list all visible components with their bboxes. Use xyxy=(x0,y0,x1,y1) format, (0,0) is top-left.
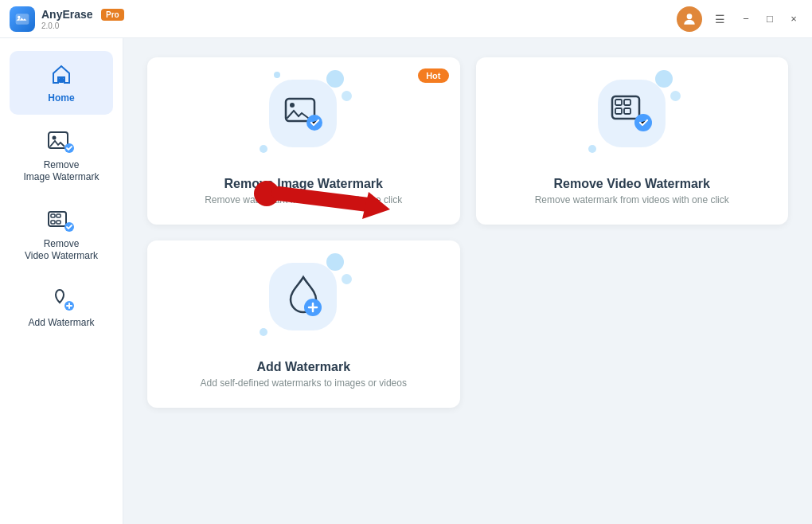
main-layout: Home RemoveImage Watermark xyxy=(0,38,812,524)
card-image-subtitle: Remove watermark from images with one cl… xyxy=(205,194,402,205)
sidebar-item-remove-image[interactable]: RemoveImage Watermark xyxy=(10,118,113,194)
sidebar-item-home[interactable]: Home xyxy=(10,51,113,115)
sidebar-home-label: Home xyxy=(48,92,74,105)
remove-image-icon xyxy=(47,127,76,156)
svg-rect-22 xyxy=(624,100,630,105)
card-video-bottom: Remove Video Watermark Remove watermark … xyxy=(535,170,729,205)
close-button[interactable]: × xyxy=(785,10,802,28)
card-image-icon-area xyxy=(147,57,460,169)
svg-rect-9 xyxy=(57,214,61,217)
svg-rect-24 xyxy=(624,108,630,114)
content-area: Hot xyxy=(123,38,812,524)
svg-rect-11 xyxy=(57,221,61,224)
card-remove-image[interactable]: Hot xyxy=(147,57,460,225)
svg-rect-8 xyxy=(51,214,55,217)
card-video-icon-area xyxy=(476,57,789,169)
menu-button[interactable]: ☰ xyxy=(709,8,731,30)
card-image-title: Remove Image Watermark xyxy=(205,177,402,191)
card-add-icon-area xyxy=(147,240,460,352)
card-remove-video[interactable]: Remove Video Watermark Remove watermark … xyxy=(476,57,789,225)
sidebar-add-watermark-label: Add Watermark xyxy=(29,317,95,330)
maximize-button[interactable]: □ xyxy=(761,10,779,28)
svg-point-1 xyxy=(18,15,20,18)
app-logo xyxy=(10,6,35,32)
cards-grid-top: Hot xyxy=(147,57,788,225)
app-version: 2.0.0 xyxy=(41,22,677,30)
svg-point-5 xyxy=(53,135,57,139)
sidebar: Home RemoveImage Watermark xyxy=(0,38,123,524)
card-add-title: Add Watermark xyxy=(201,360,407,374)
home-icon xyxy=(47,61,76,89)
remove-video-icon xyxy=(47,206,76,235)
user-avatar[interactable] xyxy=(677,6,702,32)
title-bar-right: ☰ − □ × xyxy=(677,6,802,32)
add-watermark-icon xyxy=(47,285,76,314)
card-image-bottom: Remove Image Watermark Remove watermark … xyxy=(205,170,402,205)
svg-rect-23 xyxy=(615,108,622,114)
pro-badge: Pro xyxy=(101,9,124,21)
title-bar: AnyErase Pro 2.0.0 ☰ − □ × xyxy=(0,0,812,38)
svg-rect-3 xyxy=(59,78,64,83)
svg-rect-21 xyxy=(615,100,622,105)
sidebar-remove-image-label: RemoveImage Watermark xyxy=(24,159,100,184)
sidebar-item-add-watermark[interactable]: Add Watermark xyxy=(10,276,113,339)
card-video-subtitle: Remove watermark from videos with one cl… xyxy=(535,194,729,205)
app-name: AnyErase xyxy=(41,8,93,21)
sidebar-item-remove-video[interactable]: RemoveVideo Watermark xyxy=(10,197,113,272)
card-add-subtitle: Add self-defined watermarks to images or… xyxy=(201,377,407,389)
card-video-title: Remove Video Watermark xyxy=(535,177,729,191)
sidebar-remove-video-label: RemoveVideo Watermark xyxy=(25,238,98,263)
app-name-group: AnyErase Pro 2.0.0 xyxy=(41,7,677,30)
card-add-watermark[interactable]: Add Watermark Add self-defined watermark… xyxy=(147,240,460,408)
svg-point-18 xyxy=(290,103,295,108)
svg-rect-10 xyxy=(51,221,55,224)
svg-point-2 xyxy=(687,14,693,19)
card-add-bottom: Add Watermark Add self-defined watermark… xyxy=(201,354,407,389)
minimize-button[interactable]: − xyxy=(737,10,755,28)
